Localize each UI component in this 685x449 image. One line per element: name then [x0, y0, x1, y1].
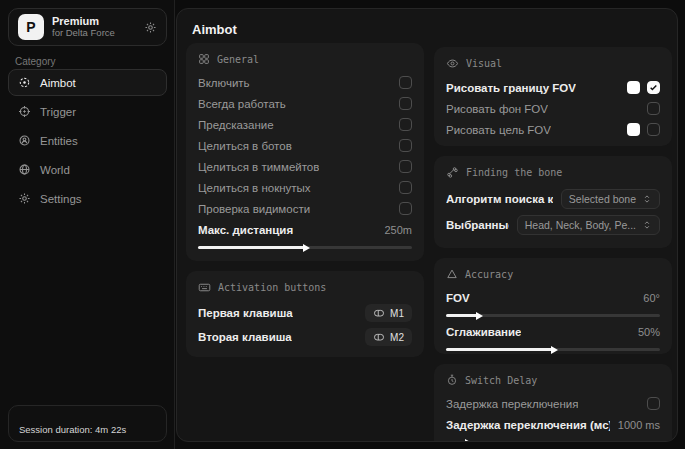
dropdown-value: Selected bone — [569, 193, 636, 205]
slider-thumb[interactable] — [465, 439, 472, 443]
general-header: General — [198, 53, 412, 65]
session-duration-text: Session duration: 4m 22s — [19, 424, 126, 435]
sidebar-item-label: Trigger — [40, 106, 76, 118]
dropdown-label: Алгоритм поиска кости — [446, 193, 553, 205]
setting-label: Целиться в ботов — [198, 140, 292, 152]
general-card: General Включить Всегда работать Предска… — [186, 43, 424, 261]
keybind-value: M1 — [390, 308, 404, 319]
checkbox[interactable] — [647, 81, 660, 94]
keybind-button-m1[interactable]: M1 — [365, 304, 412, 322]
fov-slider[interactable] — [446, 314, 660, 317]
left-column: General Включить Всегда работать Предска… — [186, 43, 424, 367]
setting-row: Рисовать границу FOV — [446, 77, 660, 98]
setting-label: Включить — [198, 77, 250, 89]
setting-row: Целиться в ботов — [198, 135, 412, 156]
activation-header: Activation buttons — [198, 281, 412, 294]
main-panel: Aimbot General Включить Всегда работать — [176, 8, 678, 442]
slider-value: 60° — [643, 292, 660, 304]
brand-card: P Premium for Delta Force — [8, 8, 167, 46]
slider-thumb[interactable] — [303, 244, 310, 252]
trigger-icon — [18, 105, 31, 118]
setting-label: Предсказание — [198, 119, 274, 131]
crosshair-icon — [18, 76, 31, 89]
right-column: Visual Рисовать границу FOV Рисовать фон… — [434, 47, 672, 442]
keybind-row: Вторая клавиша M2 — [198, 325, 412, 349]
dropdown-label: Выбранные кости — [446, 219, 509, 231]
checkbox[interactable] — [399, 160, 412, 173]
slider-thumb[interactable] — [551, 346, 558, 354]
selected-bones-dropdown[interactable]: Head, Neck, Body, Pe... — [517, 215, 660, 235]
setting-label: Рисовать фон FOV — [446, 103, 548, 115]
slider-label: Задержка переключения (мс) — [446, 419, 610, 431]
checkbox[interactable] — [647, 123, 660, 136]
bone-algorithm-dropdown[interactable]: Selected bone — [561, 189, 660, 209]
chevron-up-down-icon — [642, 194, 652, 204]
setting-row: Целиться в нокнутых — [198, 177, 412, 198]
slider-row: Макс. дистанция 250m — [198, 219, 412, 240]
visual-card: Visual Рисовать границу FOV Рисовать фон… — [434, 47, 672, 146]
dropdown-row: Выбранные кости Head, Neck, Body, Pe... — [446, 212, 660, 238]
setting-label: Задержка переключения — [446, 398, 578, 410]
checkbox[interactable] — [647, 397, 660, 410]
eye-icon — [446, 57, 459, 70]
setting-row: Целиться в тиммейтов — [198, 156, 412, 177]
keybind-value: M2 — [390, 332, 404, 343]
max-distance-slider[interactable] — [198, 246, 412, 249]
setting-row: Рисовать фон FOV — [446, 98, 660, 119]
brand-title: Premium — [52, 15, 136, 28]
brand-text: Premium for Delta Force — [52, 15, 136, 39]
sidebar-item-trigger[interactable]: Trigger — [8, 98, 167, 125]
checkbox[interactable] — [399, 181, 412, 194]
switch-delay-header-label: Switch Delay — [465, 375, 537, 386]
checkbox[interactable] — [399, 76, 412, 89]
keybind-label: Первая клавиша — [198, 307, 293, 319]
sidebar: P Premium for Delta Force Category Aimbo… — [0, 0, 175, 449]
activation-header-label: Activation buttons — [218, 282, 326, 293]
smoothing-slider[interactable] — [446, 348, 660, 351]
globe-icon — [18, 163, 31, 176]
slider-value: 250m — [384, 224, 412, 236]
slider-row: Задержка переключения (мс) 1000 ms — [446, 414, 660, 435]
keybind-button-m2[interactable]: M2 — [365, 328, 412, 346]
visual-header: Visual — [446, 57, 660, 70]
activation-card: Activation buttons Первая клавиша M1 Вто… — [186, 271, 424, 357]
mouse-icon — [373, 307, 385, 319]
setting-row: Проверка видимости — [198, 198, 412, 219]
switch-delay-slider[interactable] — [446, 441, 660, 442]
setting-row: Предсказание — [198, 114, 412, 135]
checkbox[interactable] — [399, 97, 412, 110]
checkbox[interactable] — [399, 118, 412, 131]
sidebar-item-entities[interactable]: Entities — [8, 127, 167, 154]
brand-subtitle: for Delta Force — [52, 28, 136, 39]
checkbox[interactable] — [647, 102, 660, 115]
keybind-label: Вторая клавиша — [198, 331, 292, 343]
timer-icon — [446, 374, 458, 386]
checkbox[interactable] — [399, 139, 412, 152]
setting-row: Задержка переключения — [446, 393, 660, 414]
chevron-up-down-icon — [642, 220, 652, 230]
color-swatch[interactable] — [627, 81, 640, 94]
app-logo: P — [18, 14, 44, 40]
sidebar-item-label: Settings — [40, 193, 82, 205]
general-header-label: General — [217, 54, 259, 65]
bone-card: Finding the bone Алгоритм поиска кости S… — [434, 156, 672, 248]
sidebar-item-aimbot[interactable]: Aimbot — [8, 69, 167, 96]
slider-value: 50% — [638, 326, 660, 338]
slider-label: Сглаживание — [446, 326, 521, 338]
sidebar-nav: Aimbot Trigger Entities — [8, 69, 167, 214]
slider-label: FOV — [446, 292, 470, 304]
checkbox[interactable] — [399, 202, 412, 215]
dropdown-row: Алгоритм поиска кости Selected bone — [446, 186, 660, 212]
sidebar-item-label: Aimbot — [40, 77, 76, 89]
visual-header-label: Visual — [466, 58, 502, 69]
keybind-row: Первая клавиша M1 — [198, 301, 412, 325]
setting-label: Целиться в тиммейтов — [198, 161, 319, 173]
slider-row: FOV 60° — [446, 287, 660, 308]
sync-gear-icon[interactable] — [144, 21, 157, 34]
slider-thumb[interactable] — [476, 312, 483, 320]
sidebar-item-world[interactable]: World — [8, 156, 167, 183]
setting-label: Рисовать цель FOV — [446, 124, 551, 136]
accuracy-card: Accuracy FOV 60° Сглаживание 50% — [434, 258, 672, 354]
sidebar-item-settings[interactable]: Settings — [8, 185, 167, 212]
color-swatch[interactable] — [627, 123, 640, 136]
